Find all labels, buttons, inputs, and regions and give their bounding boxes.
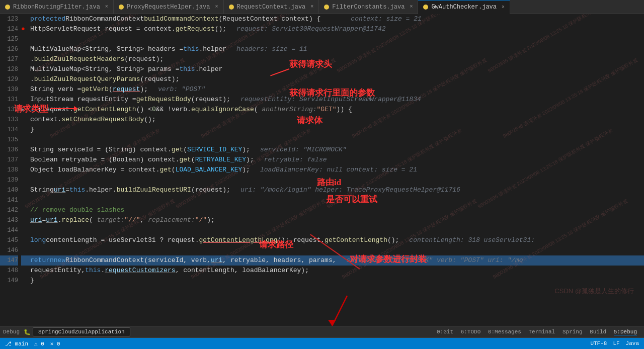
- tab-label: ProxyRequestHelper.java: [127, 4, 210, 11]
- code-line-148: requestEntity, this.requestCustomizers, …: [30, 266, 644, 276]
- status-warnings: ⚠ 0: [34, 340, 44, 347]
- code-line-144: [30, 225, 644, 235]
- git-branch[interactable]: ⎇ main: [5, 340, 28, 347]
- code-line-134: }: [30, 125, 644, 135]
- code-line-140: String uri = this.helper.buildZuulReques…: [30, 185, 644, 195]
- tab-label: RequestContext.java: [237, 4, 306, 11]
- editor-area: 98002896 请谨外发 2022/09/08 13:25:18 保护版权外发…: [0, 14, 644, 326]
- code-line-123: protected RibbonCommandContext buildComm…: [30, 14, 644, 24]
- line-ending[interactable]: LF: [613, 340, 619, 346]
- code-lines: protected RibbonCommandContext buildComm…: [30, 14, 644, 326]
- tab-label: RibbonRoutingFilter.java: [13, 4, 100, 11]
- code-line-139: [30, 175, 644, 185]
- code-line-128: MultiValueMap<String, String> params = t…: [30, 64, 644, 74]
- code-line-141: [30, 195, 644, 205]
- status-bar: ⎇ main ⚠ 0 ✕ 0 UTF-8 LF Java: [0, 338, 644, 349]
- tab-close-icon[interactable]: ×: [410, 4, 413, 10]
- gutter: ● ▶: [21, 14, 30, 326]
- java-icon: [5, 5, 10, 10]
- code-line-136: String serviceId = (String) context.get(…: [30, 145, 644, 155]
- status-errors: ✕ 0: [50, 340, 60, 347]
- tab-close-icon[interactable]: ×: [105, 4, 108, 10]
- encoding[interactable]: UTF-8: [590, 340, 607, 346]
- java-icon: [423, 5, 428, 10]
- tab-close-icon[interactable]: ×: [502, 5, 505, 10]
- code-line-149: }: [30, 276, 644, 286]
- code-line-125: [30, 34, 644, 44]
- tab-filter-constants[interactable]: FilterConstants.java ×: [319, 0, 418, 14]
- bottom-items: 0:Git 6:TODO 0:Messages Terminal Spring …: [437, 329, 641, 335]
- tab-request-context[interactable]: RequestContext.java ×: [224, 0, 319, 14]
- code-line-126: MultiValueMap<String, String> headers = …: [30, 44, 644, 54]
- spring-cloud-app[interactable]: SpringCloudZuulApplication: [33, 327, 130, 336]
- code-line-142: // remove double slashes: [30, 205, 644, 215]
- java-icon: [324, 5, 329, 10]
- line-numbers: 123 124 125 126 127 128 129 130 131 132 …: [0, 14, 21, 326]
- code-line-145: long contentLength = useServlet31 ? requ…: [30, 235, 644, 245]
- bottom-tabs: Debug 🐛 SpringCloudZuulApplication 0:Git…: [0, 326, 644, 338]
- code-line-129: .buildZuulRequestQueryParams(request);: [30, 74, 644, 84]
- tab-ribbon-routing[interactable]: RibbonRoutingFilter.java ×: [0, 0, 114, 14]
- code-line-147: return new RibbonCommandContext(serviceI…: [30, 255, 644, 266]
- tab-gw-auth-checker[interactable]: GwAuthChecker.java ×: [418, 0, 510, 14]
- tab-close-icon[interactable]: ×: [215, 4, 218, 10]
- code-line-137: Boolean retryable = (Boolean) context.ge…: [30, 155, 644, 165]
- code-line-132: if (request.getContentLength() < 0 && !v…: [30, 105, 644, 115]
- debug-label: Debug: [3, 329, 20, 335]
- code-line-133: context.setChunkedRequestBody();: [30, 115, 644, 125]
- tab-label: FilterConstants.java: [332, 4, 405, 11]
- code-line-127: .buildZuulRequestHeaders(request);: [30, 54, 644, 64]
- java-icon: [119, 5, 124, 10]
- code-line-130: String verb = getVerb(request); verb: "P…: [30, 84, 644, 95]
- tab-proxy-request[interactable]: ProxyRequestHelper.java ×: [114, 0, 224, 14]
- java-icon: [229, 5, 234, 10]
- code-line-124: HttpServletRequest request = context.get…: [30, 24, 644, 34]
- code-area: 123 124 125 126 127 128 129 130 131 132 …: [0, 14, 644, 326]
- tab-close-icon[interactable]: ×: [310, 4, 313, 10]
- code-line-138: Object loadBalancerKey = context.get(LOA…: [30, 165, 644, 175]
- language[interactable]: Java: [626, 340, 639, 346]
- debug-icon: 🐛: [24, 329, 31, 335]
- code-line-143: uri = uri.replace( target: "//", replace…: [30, 215, 644, 225]
- tab-bar: RibbonRoutingFilter.java × ProxyRequestH…: [0, 0, 644, 14]
- code-line-146: [30, 245, 644, 255]
- code-line-135: [30, 135, 644, 145]
- tab-label: GwAuthChecker.java: [431, 4, 497, 11]
- code-line-131: InputStream requestEntity = getRequestBo…: [30, 95, 644, 105]
